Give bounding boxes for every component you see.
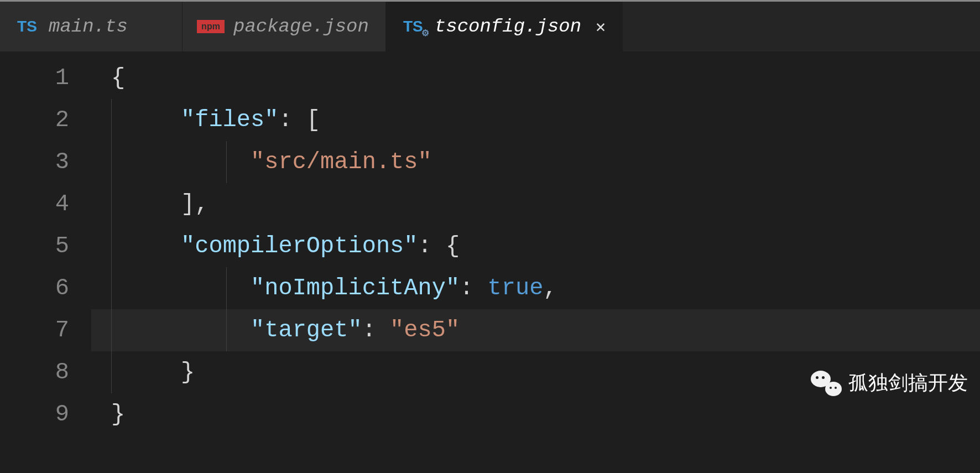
- tsconfig-icon: TS: [400, 18, 426, 35]
- typescript-icon: TS: [14, 18, 40, 35]
- code-line: }: [91, 393, 980, 435]
- line-number: 5: [0, 225, 91, 267]
- tab-label: main.ts: [49, 16, 128, 37]
- code-line: "compilerOptions": {: [91, 225, 980, 267]
- line-number: 2: [0, 99, 91, 141]
- code-line: "noImplicitAny": true,: [91, 267, 980, 309]
- tab-label: package.json: [233, 16, 369, 37]
- code-line: "src/main.ts": [91, 141, 980, 183]
- close-icon[interactable]: ✕: [596, 17, 606, 37]
- npm-icon: npm: [197, 20, 225, 33]
- watermark-text: 孤独剑搞开发: [848, 370, 968, 397]
- code-line-current: "target": "es5": [91, 309, 980, 351]
- line-number: 1: [0, 57, 91, 99]
- watermark: 孤独剑搞开发: [811, 370, 968, 397]
- line-number: 6: [0, 267, 91, 309]
- wechat-icon: [811, 371, 842, 396]
- tab-label: tsconfig.json: [435, 16, 581, 37]
- line-number: 4: [0, 183, 91, 225]
- line-number: 8: [0, 351, 91, 393]
- code-line: ],: [91, 183, 980, 225]
- line-number: 3: [0, 141, 91, 183]
- tab-bar: TS main.ts npm package.json TS tsconfig.…: [0, 2, 980, 51]
- code-line: {: [91, 57, 980, 99]
- tab-package-json[interactable]: npm package.json: [183, 2, 386, 51]
- line-number: 7: [0, 309, 91, 351]
- tab-main-ts[interactable]: TS main.ts: [0, 2, 183, 51]
- code-line: "files": [: [91, 99, 980, 141]
- line-number-gutter: 1 2 3 4 5 6 7 8 9: [0, 51, 91, 435]
- line-number: 9: [0, 393, 91, 435]
- tab-tsconfig-json[interactable]: TS tsconfig.json ✕: [386, 2, 623, 51]
